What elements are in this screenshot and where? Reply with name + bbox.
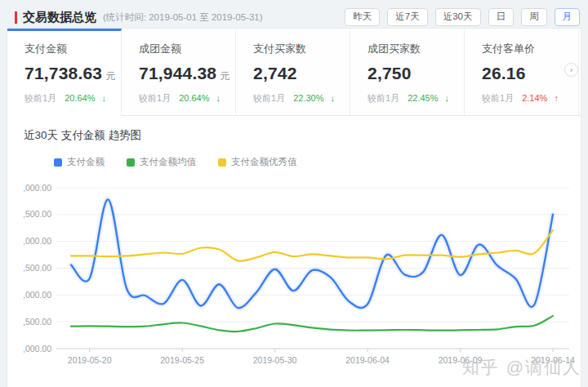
stat-cards-row: 支付金额 71,738.63元 较前1月 20.64% ↓ 成团金额 71,94… xyxy=(7,29,581,116)
stat-card-pay-amount[interactable]: 支付金额 71,738.63元 较前1月 20.64% ↓ xyxy=(7,29,122,116)
time-range-button-4[interactable]: 周 xyxy=(521,8,547,26)
series-line-average xyxy=(71,316,553,331)
compare-percent: 22.45% xyxy=(408,93,438,103)
y-axis-label: 1,500.00 xyxy=(24,317,51,327)
x-axis-label: 2019-05-25 xyxy=(160,355,204,365)
compare-percent: 2.14% xyxy=(522,93,547,103)
legend-item-excellent[interactable]: 支付金额优秀值 xyxy=(218,156,297,168)
x-axis-label: 2019-05-20 xyxy=(68,355,112,365)
trend-line-chart: 1,000.001,500.002,000.002,500.003,000.00… xyxy=(24,168,582,377)
legend-item-average[interactable]: 支付金额均值 xyxy=(127,156,196,168)
stat-value: 2,742 xyxy=(253,64,297,82)
compare-label: 较前1月 xyxy=(368,93,399,103)
compare-label: 较前1月 xyxy=(253,93,285,103)
stat-label: 支付金额 xyxy=(24,42,121,56)
time-range-button-group: 昨天近7天近30天日周月 xyxy=(345,8,580,26)
trend-down-arrow-icon: ↓ xyxy=(102,93,107,103)
cards-row-filler xyxy=(579,29,581,116)
title-group: 交易数据总览 (统计时间: 2019-05-01 至 2019-05-31) xyxy=(15,10,263,25)
time-range-button-2[interactable]: 近30天 xyxy=(435,8,481,26)
trend-down-arrow-icon: ↓ xyxy=(216,93,221,103)
time-range-button-3[interactable]: 日 xyxy=(488,8,514,26)
compare-label: 较前1月 xyxy=(24,93,56,103)
stat-card-group-amount[interactable]: 成团金额 71,944.38元 较前1月 20.64% ↓ xyxy=(122,29,236,116)
x-axis-label: 2019-06-04 xyxy=(345,355,390,365)
stat-period-subtitle: (统计时间: 2019-05-01 至 2019-05-31) xyxy=(103,11,263,24)
compare-percent: 20.64% xyxy=(179,93,209,103)
trend-up-arrow-icon: ↑ xyxy=(554,93,559,103)
legend-swatch-green xyxy=(127,158,135,167)
stat-card-pay-buyers[interactable]: 支付买家数 2,742 较前1月 22.30% ↓ xyxy=(236,29,350,116)
trend-down-arrow-icon: ↓ xyxy=(331,93,336,103)
legend-label: 支付金额均值 xyxy=(140,156,196,168)
stat-card-group-buyers[interactable]: 成团买家数 2,750 较前1月 22.45% ↓ xyxy=(350,29,465,116)
compare-percent: 20.64% xyxy=(65,93,95,103)
title-accent-bar xyxy=(15,11,17,24)
legend-swatch-yellow xyxy=(218,158,226,167)
legend-item-pay-amount[interactable]: 支付金额 xyxy=(54,156,105,168)
x-axis-label: 2019-05-30 xyxy=(253,355,297,365)
stat-unit: 元 xyxy=(220,70,229,82)
compare-label: 较前1月 xyxy=(139,93,171,103)
header-bar: 交易数据总览 (统计时间: 2019-05-01 至 2019-05-31) 昨… xyxy=(15,7,580,28)
y-axis-label: 2,000.00 xyxy=(24,290,51,300)
legend-label: 支付金额优秀值 xyxy=(231,156,297,168)
dashboard-panel: 支付金额 71,738.63元 较前1月 20.64% ↓ 成团金额 71,94… xyxy=(7,28,581,387)
stat-value: 71,944.38 xyxy=(139,64,216,82)
time-range-button-5[interactable]: 月 xyxy=(555,8,581,26)
page-title: 交易数据总览 xyxy=(23,10,96,25)
watermark: 知乎 @谪仙人 xyxy=(462,356,581,379)
stat-label: 支付买家数 xyxy=(253,42,350,56)
time-range-button-1[interactable]: 近7天 xyxy=(387,8,427,26)
chart-legend: 支付金额 支付金额均值 支付金额优秀值 xyxy=(54,156,574,168)
stat-value: 26.16 xyxy=(482,64,526,82)
y-axis-label: 1,000.00 xyxy=(24,344,51,354)
stat-card-price-per-buyer[interactable]: 支付客单价 26.16 较前1月 2.14% ↑ xyxy=(465,29,579,116)
y-axis-label: 4,000.00 xyxy=(24,183,51,193)
stat-label: 支付客单价 xyxy=(482,42,578,56)
stat-label: 成团买家数 xyxy=(368,42,464,56)
chart-title: 近30天 支付金额 趋势图 xyxy=(24,128,574,143)
compare-label: 较前1月 xyxy=(482,93,514,103)
stat-value: 71,738.63 xyxy=(24,64,102,82)
stat-unit: 元 xyxy=(105,70,115,82)
y-axis-label: 2,500.00 xyxy=(24,263,51,273)
time-range-button-0[interactable]: 昨天 xyxy=(345,8,380,26)
stat-label: 成团金额 xyxy=(139,42,235,56)
stat-value: 2,750 xyxy=(368,64,412,82)
trend-down-arrow-icon: ↓ xyxy=(445,93,450,103)
carousel-next-chevron-icon[interactable]: › xyxy=(564,63,578,77)
legend-label: 支付金额 xyxy=(67,156,105,168)
trend-chart-section: 近30天 支付金额 趋势图 支付金额 支付金额均值 支付金额优秀值 1,000.… xyxy=(7,116,581,380)
legend-swatch-blue xyxy=(54,158,62,167)
compare-percent: 22.30% xyxy=(293,93,323,103)
y-axis-label: 3,500.00 xyxy=(24,209,51,219)
y-axis-label: 3,000.00 xyxy=(24,236,51,246)
